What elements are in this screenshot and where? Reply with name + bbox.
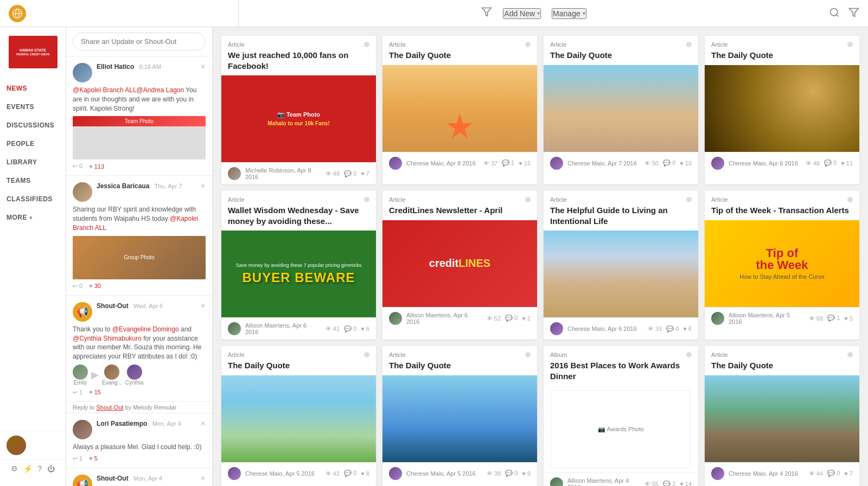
card-creditlines[interactable]: Article CreditLines Newsletter - April c…: [382, 191, 537, 340]
sidebar-item-classifieds[interactable]: CLASSIFIEDS: [0, 190, 66, 208]
card-author-info: Allison Maertens, Apr 6 2016: [245, 322, 321, 335]
card-footer: Cherese Maio, Apr 5 2016 👁 38 💬 0 ♥ 9: [382, 462, 537, 484]
feed-time: Mon, Apr 4: [152, 420, 181, 427]
activity-feed: Elliot Hatico 6:18 AM ✕ @Kapolei Branch …: [66, 27, 213, 486]
add-new-button[interactable]: Add New ▾: [503, 8, 541, 19]
card-image: 📷 Team Photo Mahalo to our 10k Fans!: [221, 75, 376, 162]
card-type: Article: [705, 191, 859, 205]
card-daily-quote-2[interactable]: Article The Daily Quote Cherese Maio, Ap…: [544, 36, 698, 184]
add-new-chevron: ▾: [537, 10, 540, 16]
card-daily-quote-1[interactable]: Article The Daily Quote Cherese Maio, Ap…: [382, 36, 537, 184]
reply-action[interactable]: ↩ 0: [73, 283, 82, 290]
feed-text: Always a pleasure Mel. Glad I could help…: [73, 443, 206, 452]
feed-close[interactable]: ✕: [200, 475, 206, 482]
feed-user-mini: Evang...: [102, 364, 122, 386]
card-daily-quote-3[interactable]: Article The Daily Quote Cherese Maio, Ap…: [705, 36, 859, 184]
card-author-info: Michelle Robinson, Apr 8 2016: [245, 167, 321, 180]
card-author-avatar: [550, 157, 563, 170]
sidebar-item-news[interactable]: NEWS: [0, 79, 66, 98]
like-action[interactable]: ♥ 5: [89, 455, 98, 462]
card-type: Article: [221, 191, 376, 205]
sidebar-item-discussions[interactable]: DISCUSSIONS: [0, 116, 66, 135]
shoutout-icon: 📢: [73, 475, 92, 486]
help-icon[interactable]: ?: [38, 464, 42, 473]
card-facebook-fans[interactable]: Article We just reached 10,000 fans on F…: [221, 36, 376, 184]
card-footer: Allison Maertens, Apr 4 2016 👁 55 💬 2 ♥ …: [544, 472, 698, 486]
feed-close[interactable]: ✕: [200, 302, 206, 310]
card-daily-quote-6[interactable]: Article The Daily Quote Cherese Maio, Ap…: [705, 346, 859, 486]
card-author-avatar: [711, 157, 724, 170]
card-stats: 👁 50 💬 0 ♥ 10: [644, 159, 692, 167]
card-daily-quote-5[interactable]: Article The Daily Quote Cherese Maio, Ap…: [382, 346, 537, 486]
card-image: Tip ofthe Week How to Stay Ahead of the …: [705, 220, 859, 307]
card-footer: Cherese Maio, Apr 7 2016 👁 50 💬 0 ♥ 10: [544, 152, 698, 174]
sidebar-item-library[interactable]: LIBRARY: [0, 153, 66, 171]
card-image: credit LINES: [382, 220, 537, 307]
feed-user-mini: Cynthia: [125, 364, 144, 386]
content-grid: Article We just reached 10,000 fans on F…: [221, 36, 859, 486]
sidebar-item-people[interactable]: PEOPLE: [0, 135, 66, 153]
feed-user-mini: Emily: [73, 364, 88, 386]
like-action[interactable]: ♥ 113: [89, 163, 104, 170]
manage-button[interactable]: Manage ▾: [552, 8, 586, 19]
card-author-avatar: [389, 467, 402, 480]
main-layout: HAWAII STATE FEDERAL CREDIT UNION NEWS E…: [0, 27, 868, 486]
globe-icon: [9, 5, 26, 22]
card-dot: [686, 42, 692, 47]
share-input[interactable]: [73, 33, 206, 50]
card-dot: [686, 352, 692, 357]
card-author-avatar: [550, 477, 563, 486]
settings-icon[interactable]: ⚙: [11, 464, 18, 473]
card-image: 📷 Awards Photo: [544, 386, 698, 472]
card-author-avatar: [228, 167, 241, 180]
sliders-icon[interactable]: ⚡: [23, 464, 33, 473]
sidebar-item-more[interactable]: MORE ▾: [0, 208, 66, 227]
sidebar-item-events[interactable]: EVENTS: [0, 98, 66, 116]
card-title: The Daily Quote: [544, 50, 698, 65]
card-best-places-to-work[interactable]: Album 2016 Best Places to Work Awards Di…: [544, 346, 698, 486]
reply-action[interactable]: ↩ 1: [73, 389, 82, 396]
card-footer: Allison Maertens, Apr 6 2016 👁 52 💬 0 ♥ …: [382, 307, 537, 329]
feed-item: Jessica Baricaua Thu, Apr 7 ✕ Sharing ou…: [66, 176, 212, 295]
reply-line: Reply to Shout-Out by Melody Remular: [66, 402, 212, 413]
feed-close[interactable]: ✕: [200, 182, 206, 190]
feed-avatar: [73, 63, 92, 82]
user-avatar[interactable]: [7, 436, 26, 455]
card-author-avatar: [228, 322, 241, 335]
card-title: The Daily Quote: [705, 360, 859, 375]
feed-avatar: [73, 182, 92, 202]
like-action[interactable]: ♥ 30: [89, 283, 101, 289]
card-title: We just reached 10,000 fans on Facebook!: [221, 50, 376, 75]
card-title: The Daily Quote: [221, 360, 376, 375]
feed-avatar: [73, 420, 92, 439]
filter-icon[interactable]: [481, 7, 492, 20]
card-stats: 👁 44 💬 0 ♥ 7: [809, 470, 853, 477]
like-action[interactable]: ♥ 15: [89, 389, 101, 395]
feed-name: Elliot Hatico: [97, 63, 134, 71]
card-footer: Allison Maertens, Apr 6 2016 👁 41 💬 0 ♥ …: [221, 317, 376, 340]
card-dot: [525, 352, 531, 357]
feed-close[interactable]: ✕: [200, 420, 206, 427]
more-chevron: ▾: [29, 215, 33, 221]
main-content: Article We just reached 10,000 fans on F…: [213, 27, 868, 486]
card-wallet-wisdom[interactable]: Article Wallet Wisdom Wednesday - Save m…: [221, 191, 376, 340]
card-tip-of-week[interactable]: Article Tip of the Week - Transaction Al…: [705, 191, 859, 340]
card-author-info: Cherese Maio, Apr 6 2016: [567, 325, 643, 332]
card-stats: 👁 38 💬 0 ♥ 9: [487, 470, 531, 477]
card-footer: Cherese Maio, Apr 6 2016 👁 33 💬 0 ♥ 6: [544, 317, 698, 340]
card-footer: Cherese Maio, Apr 6 2016 👁 48 💬 0 ♥ 11: [705, 152, 859, 174]
share-input-area: [66, 27, 212, 56]
card-image: Save money by avoiding these 7 popular p…: [221, 231, 376, 317]
power-icon[interactable]: ⏻: [47, 464, 55, 473]
search-icon[interactable]: [829, 7, 840, 20]
reply-action[interactable]: ↩ 1: [73, 455, 82, 462]
logo-area: HAWAII STATE FEDERAL CREDIT UNION: [9, 36, 58, 68]
sidebar-item-teams[interactable]: TEAMS: [0, 171, 66, 190]
feed-time: 6:18 AM: [139, 63, 161, 70]
card-daily-quote-4[interactable]: Article The Daily Quote Cherese Maio, Ap…: [221, 346, 376, 486]
feed-close[interactable]: ✕: [200, 63, 206, 71]
filter2-icon[interactable]: [848, 7, 859, 20]
reply-link[interactable]: Shout-Out: [96, 404, 123, 411]
reply-action[interactable]: ↩ 0: [73, 163, 82, 170]
card-helpful-guide[interactable]: Article The Helpful Guide to Living an I…: [544, 191, 698, 340]
